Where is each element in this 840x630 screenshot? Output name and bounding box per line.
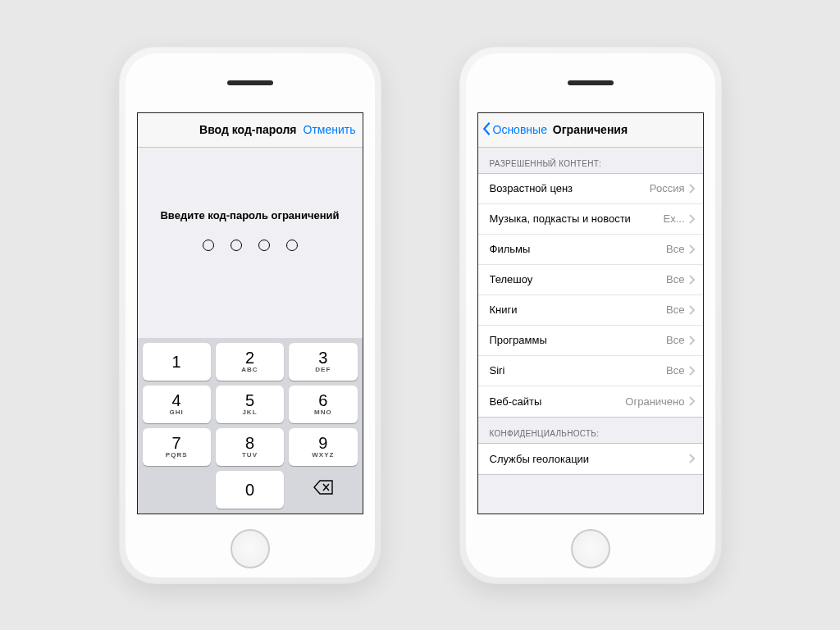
phone-mockup-left: Ввод код-пароля Отменить Введите код-пар… <box>119 47 381 584</box>
phone-top-hardware <box>126 53 375 112</box>
chevron-right-icon <box>688 214 695 224</box>
keypad-key-1[interactable]: 1 <box>143 343 211 381</box>
row-label: Возрастной ценз <box>490 182 650 194</box>
passcode-prompt: Введите код-пароль ограничений <box>160 209 339 221</box>
nav-bar: Ввод код-пароля Отменить <box>138 113 363 148</box>
back-button[interactable]: Основные <box>478 121 547 139</box>
row-value: Все <box>666 273 684 285</box>
home-button[interactable] <box>571 529 610 568</box>
row-value: Россия <box>650 182 685 194</box>
row-tvshows[interactable]: Телешоу Все <box>478 265 703 295</box>
chevron-right-icon <box>688 305 695 315</box>
row-value: Все <box>666 243 684 255</box>
row-location-services[interactable]: Службы геолокации <box>478 444 703 474</box>
chevron-right-icon <box>688 396 695 406</box>
screen-passcode: Ввод код-пароля Отменить Введите код-пар… <box>137 112 363 514</box>
keypad-key-6[interactable]: 6MNO <box>289 386 357 423</box>
keypad-key-3[interactable]: 3DEF <box>289 343 357 381</box>
phone-inner: Основные Ограничения РАЗРЕШЕННЫЙ КОНТЕНТ… <box>466 53 715 578</box>
keypad-key-8[interactable]: 8TUV <box>216 428 284 466</box>
row-label: Веб-сайты <box>490 395 626 408</box>
earpiece <box>568 80 614 85</box>
nav-bar: Основные Ограничения <box>478 113 703 148</box>
passcode-dot-3 <box>258 240 270 251</box>
row-value: Ограничено <box>625 395 684 408</box>
phone-inner: Ввод код-пароля Отменить Введите код-пар… <box>126 53 375 578</box>
back-label: Основные <box>493 123 547 136</box>
chevron-right-icon <box>688 244 695 254</box>
row-value: Все <box>666 334 684 346</box>
settings-list: РАЗРЕШЕННЫЙ КОНТЕНТ: Возрастной ценз Рос… <box>478 148 703 514</box>
chevron-right-icon <box>688 454 695 463</box>
chevron-right-icon <box>688 366 695 376</box>
passcode-body: Введите код-пароль ограничений 1 2ABC 3D… <box>138 148 363 514</box>
keypad-key-2[interactable]: 2ABC <box>216 343 284 381</box>
row-value: Все <box>666 304 684 316</box>
keypad-key-empty <box>143 471 211 509</box>
earpiece <box>227 80 273 85</box>
row-websites[interactable]: Веб-сайты Ограничено <box>478 386 703 417</box>
passcode-dot-2 <box>231 240 242 251</box>
numeric-keypad: 1 2ABC 3DEF 4GHI 5JKL 6MNO 7PQRS 8TUV 9W… <box>138 338 363 514</box>
keypad-key-0[interactable]: 0 <box>216 471 284 509</box>
row-label: Фильмы <box>490 243 667 255</box>
keypad-backspace[interactable] <box>289 471 357 509</box>
row-music-podcasts[interactable]: Музыка, подкасты и новости Ex... <box>478 204 703 235</box>
passcode-dot-1 <box>203 240 214 251</box>
passcode-dots <box>203 240 298 251</box>
row-apps[interactable]: Программы Все <box>478 326 703 356</box>
row-label: Siri <box>490 364 667 377</box>
nav-title: Ограничения <box>553 123 628 136</box>
chevron-right-icon <box>688 275 695 285</box>
row-movies[interactable]: Фильмы Все <box>478 235 703 265</box>
chevron-right-icon <box>688 336 695 345</box>
list-group-content: Возрастной ценз Россия Музыка, подкасты … <box>478 173 703 418</box>
passcode-dot-4 <box>286 240 298 251</box>
row-label: Книги <box>490 304 667 316</box>
section-header-content: РАЗРЕШЕННЫЙ КОНТЕНТ: <box>478 148 703 173</box>
row-label: Службы геолокации <box>490 453 685 465</box>
phone-mockup-right: Основные Ограничения РАЗРЕШЕННЫЙ КОНТЕНТ… <box>459 47 722 584</box>
phone-top-hardware <box>466 53 715 112</box>
nav-title: Ввод код-пароля <box>199 123 296 136</box>
screen-restrictions: Основные Ограничения РАЗРЕШЕННЫЙ КОНТЕНТ… <box>477 112 704 514</box>
list-group-privacy: Службы геолокации <box>478 443 703 475</box>
row-siri[interactable]: Siri Все <box>478 356 703 386</box>
chevron-left-icon <box>482 121 491 139</box>
keypad-key-4[interactable]: 4GHI <box>143 386 211 423</box>
backspace-icon <box>313 480 333 499</box>
section-header-privacy: КОНФИДЕНЦИАЛЬНОСТЬ: <box>478 418 703 443</box>
row-value: Ex... <box>663 212 684 225</box>
home-button[interactable] <box>231 529 270 568</box>
cancel-button[interactable]: Отменить <box>304 123 356 136</box>
keypad-key-7[interactable]: 7PQRS <box>143 428 211 466</box>
row-books[interactable]: Книги Все <box>478 295 703 326</box>
row-age-rating[interactable]: Возрастной ценз Россия <box>478 174 703 204</box>
keypad-key-9[interactable]: 9WXYZ <box>289 428 357 466</box>
row-label: Музыка, подкасты и новости <box>490 212 664 225</box>
row-label: Телешоу <box>490 273 667 285</box>
chevron-right-icon <box>688 184 695 194</box>
keypad-key-5[interactable]: 5JKL <box>216 386 284 423</box>
row-value: Все <box>666 364 684 377</box>
row-label: Программы <box>490 334 667 346</box>
